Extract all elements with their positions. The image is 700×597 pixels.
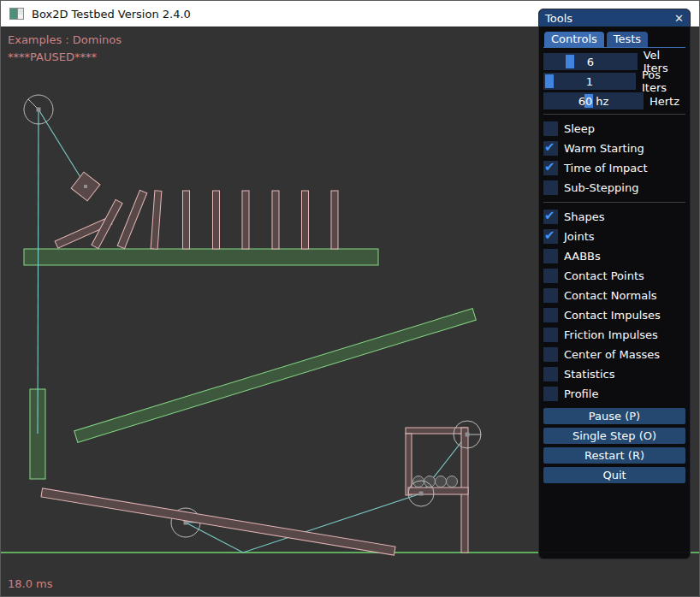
checkbox-row-sleep[interactable]: Sleep <box>543 119 685 139</box>
checkbox-row-contact-normals[interactable]: Contact Normals <box>543 286 685 305</box>
checkbox-label: Joints <box>564 230 595 243</box>
separator <box>543 114 685 115</box>
checkbox-label: Sub-Stepping <box>564 181 638 194</box>
checkbox[interactable]: ✔ <box>543 229 558 244</box>
checkmark-icon: ✔ <box>544 159 555 174</box>
bob-center-point <box>84 185 87 188</box>
upright-dominos[interactable] <box>183 191 339 249</box>
slider-track[interactable]: 60 hz <box>543 92 644 109</box>
checkbox-label: Contact Points <box>564 269 644 282</box>
checkbox-label: Statistics <box>564 368 614 381</box>
fallen-dominos[interactable] <box>55 190 162 249</box>
paused-label: ****PAUSED**** <box>8 50 97 63</box>
frame-structure[interactable] <box>406 428 468 553</box>
tab-controls[interactable]: Controls <box>544 32 604 47</box>
checkbox-group-solver: Sleep✔Warm Starting✔Time of ImpactSub-St… <box>543 119 685 198</box>
checkbox-label: Profile <box>564 387 598 400</box>
checkbox[interactable] <box>543 288 558 303</box>
platform-static <box>24 249 378 265</box>
checkbox-row-friction-impulses[interactable]: Friction Impulses <box>543 325 685 345</box>
shelf-balls[interactable] <box>413 476 458 488</box>
slider-value: 60 hz <box>543 92 644 109</box>
checkbox[interactable] <box>543 121 558 136</box>
checkbox[interactable] <box>543 328 558 342</box>
checkbox[interactable] <box>543 269 558 283</box>
checkbox[interactable] <box>543 347 558 362</box>
checkbox-row-shapes[interactable]: ✔Shapes <box>543 207 685 227</box>
checkbox-label: Friction Impulses <box>564 328 658 341</box>
slider-track[interactable]: 6 <box>543 53 638 70</box>
slider-group: 6Vel Iters1Pos Iters60 hzHertz <box>543 53 685 109</box>
checkbox-row-sub-stepping[interactable]: Sub-Stepping <box>543 178 685 198</box>
tab-tests[interactable]: Tests <box>607 32 648 47</box>
window-title: Box2D Testbed Version 2.4.0 <box>32 8 191 21</box>
action-buttons: Pause (P)Single Step (O)Restart (R)Quit <box>543 408 685 483</box>
slider-label: Pos Iters <box>642 68 685 94</box>
slider-row: 1Pos Iters <box>543 73 685 90</box>
checkbox-row-contact-impulses[interactable]: Contact Impulses <box>543 305 685 325</box>
checkbox[interactable]: ✔ <box>543 161 558 175</box>
checkmark-icon: ✔ <box>544 139 555 155</box>
frame-time-label: 18.0 ms <box>8 577 53 590</box>
checkbox[interactable] <box>543 308 558 322</box>
checkmark-icon: ✔ <box>544 208 555 223</box>
restart-r-button[interactable]: Restart (R) <box>543 447 685 464</box>
checkbox-label: Center of Masses <box>564 348 660 361</box>
tools-panel-title: Tools <box>545 12 572 25</box>
checkbox-row-center-of-masses[interactable]: Center of Masses <box>543 345 685 364</box>
checkbox-label: Time of Impact <box>564 162 648 174</box>
slider-track[interactable]: 1 <box>543 73 636 90</box>
app-icon <box>9 8 24 20</box>
checkbox[interactable] <box>543 387 558 401</box>
single-step-o-button[interactable]: Single Step (O) <box>543 428 685 444</box>
tab-bar: ControlsTests <box>543 32 685 48</box>
checkbox-row-statistics[interactable]: Statistics <box>543 364 685 384</box>
separator <box>543 202 685 203</box>
checkmark-icon: ✔ <box>544 228 555 243</box>
panel-close-icon[interactable]: ✕ <box>674 13 684 24</box>
checkbox[interactable] <box>543 180 558 195</box>
checkbox-label: Contact Impulses <box>564 309 661 322</box>
tools-panel: Tools ✕ ControlsTests 6Vel Iters1Pos Ite… <box>538 9 691 559</box>
quit-button[interactable]: Quit <box>543 467 685 483</box>
checkbox[interactable] <box>543 249 558 263</box>
checkbox-row-contact-points[interactable]: Contact Points <box>543 266 685 286</box>
slider-value: 1 <box>543 73 636 90</box>
checkbox-row-joints[interactable]: ✔Joints <box>543 227 685 246</box>
checkbox-label: Sleep <box>564 122 595 135</box>
seesaw-plank[interactable] <box>41 488 395 555</box>
app-window: Box2D Testbed Version 2.4.0 ✕ Examples :… <box>0 0 700 597</box>
checkbox[interactable]: ✔ <box>543 210 558 224</box>
angled-plank-static <box>74 309 477 443</box>
example-label: Examples : Dominos <box>8 33 122 46</box>
checkbox-group-draw: ✔Shapes✔JointsAABBsContact PointsContact… <box>543 207 685 404</box>
slider-row: 6Vel Iters <box>543 53 685 70</box>
checkbox-label: AABBs <box>564 250 601 263</box>
checkbox-row-time-of-impact[interactable]: ✔Time of Impact <box>543 158 685 178</box>
pause-p-button[interactable]: Pause (P) <box>543 408 685 424</box>
checkbox[interactable]: ✔ <box>543 141 558 156</box>
checkbox-label: Warm Starting <box>564 142 644 155</box>
checkbox-label: Contact Normals <box>564 289 657 302</box>
checkbox-row-warm-starting[interactable]: ✔Warm Starting <box>543 139 685 158</box>
checkbox-row-profile[interactable]: Profile <box>543 384 685 404</box>
slider-row: 60 hzHertz <box>543 92 685 109</box>
checkbox[interactable] <box>543 367 558 381</box>
checkbox-row-aabbs[interactable]: AABBs <box>543 246 685 266</box>
checkbox-label: Shapes <box>564 210 604 223</box>
slider-label: Hertz <box>650 95 679 108</box>
slider-value: 6 <box>543 53 638 70</box>
tools-panel-titlebar[interactable]: Tools ✕ <box>539 9 690 27</box>
